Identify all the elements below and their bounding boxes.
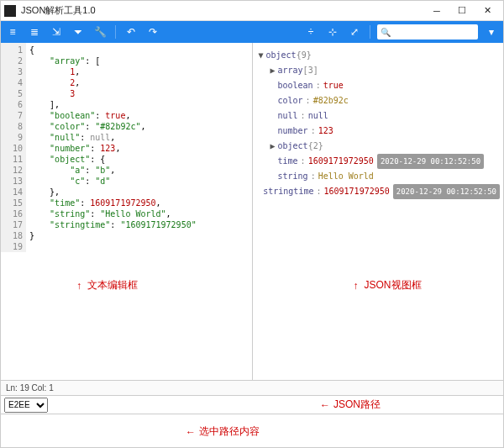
close-button[interactable]: ✕: [475, 3, 500, 19]
tree-row[interactable]: color:#82b92c: [256, 93, 501, 108]
search-box[interactable]: 🔍: [377, 24, 478, 40]
minimize-button[interactable]: ─: [424, 3, 449, 19]
twisty-icon[interactable]: ▼: [256, 48, 266, 63]
time-badge: 2020-12-29 00:12:52:50: [377, 154, 484, 169]
titlebar: JSON解析工具1.0 ─ ☐ ✕: [1, 1, 503, 21]
align-right-icon[interactable]: ≣: [26, 24, 43, 40]
content-bar: 选中路径内容: [1, 414, 503, 447]
search-input[interactable]: [393, 28, 469, 37]
twisty-icon[interactable]: ▶: [268, 139, 278, 154]
annotation-path: JSON路径: [320, 398, 381, 412]
path-select[interactable]: E2EE: [4, 398, 48, 413]
twisty-icon[interactable]: ▶: [268, 63, 278, 78]
search-icon: 🔍: [381, 28, 391, 37]
tree-row[interactable]: ▶array [3]: [256, 63, 501, 78]
json-tree[interactable]: ▼object {9}▶array [3]boolean:truecolor:#…: [253, 43, 504, 204]
path-bar: E2EE JSON路径: [1, 395, 503, 414]
redo-icon[interactable]: ↷: [144, 24, 161, 40]
dropdown-icon[interactable]: ▾: [483, 24, 500, 40]
tree-row[interactable]: boolean:true: [256, 78, 501, 93]
tree-row[interactable]: string:Hello World: [256, 169, 501, 184]
main-split: 12345678910111213141516171819 { "array":…: [1, 43, 503, 380]
collapse-icon[interactable]: ⇲: [48, 24, 65, 40]
maximize-button[interactable]: ☐: [449, 3, 475, 19]
tree-row[interactable]: stringtime:16091719729502020-12-29 00:12…: [256, 184, 501, 199]
editor-pane[interactable]: 12345678910111213141516171819 { "array":…: [1, 43, 253, 380]
wrench-icon[interactable]: 🔧: [92, 24, 108, 40]
tree-row[interactable]: null:null: [256, 108, 501, 124]
undo-icon[interactable]: ↶: [123, 24, 139, 40]
time-badge: 2020-12-29 00:12:52:50: [393, 184, 500, 199]
tree-row[interactable]: ▼object {9}: [256, 48, 501, 63]
expand-icon[interactable]: ⤢: [346, 24, 363, 40]
annotation-tree: JSON视图框: [354, 278, 422, 293]
align-left-icon[interactable]: ≡: [4, 24, 21, 40]
tree-pane[interactable]: ▼object {9}▶array [3]boolean:truecolor:#…: [253, 43, 504, 380]
cursor-position: Ln: 19 Col: 1: [6, 383, 54, 393]
app-icon: [4, 5, 16, 17]
filter-icon[interactable]: ⏷: [70, 24, 87, 40]
tree-row[interactable]: ▶object {2}: [256, 139, 501, 154]
split-v-icon[interactable]: ⊹: [324, 24, 341, 40]
tree-row[interactable]: number:123: [256, 124, 501, 139]
line-gutter: 12345678910111213141516171819: [1, 43, 26, 252]
annotation-editor: 文本编辑框: [76, 278, 138, 293]
annotation-content: 选中路径内容: [186, 424, 260, 439]
tree-row[interactable]: time:16091719729502020-12-29 00:12:52:50: [256, 154, 501, 169]
window-title: JSON解析工具1.0: [21, 4, 424, 17]
code-area[interactable]: { "array": [ 1, 2, 3 ], "boolean": true,…: [26, 43, 252, 254]
split-h-icon[interactable]: ÷: [302, 24, 319, 40]
toolbar: ≡ ≣ ⇲ ⏷ 🔧 ↶ ↷ ÷ ⊹ ⤢ 🔍 ▾: [1, 21, 503, 43]
status-bar: Ln: 19 Col: 1: [1, 380, 503, 395]
